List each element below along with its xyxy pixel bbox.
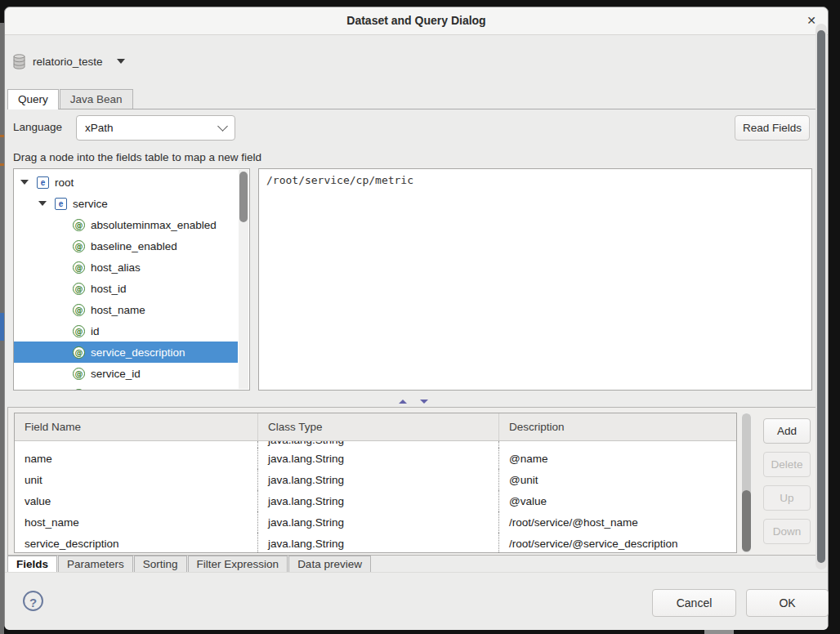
dataset-section-tabbar: FieldsParametersSortingFilter Expression…	[7, 556, 825, 572]
close-icon[interactable]: ✕	[806, 13, 816, 28]
dialog-footer: ? Cancel OK	[5, 572, 828, 630]
cell-field-name: unit	[15, 469, 258, 490]
tree-node-label: root	[55, 176, 74, 189]
tree-node-absoluteminmax_enabled[interactable]: @ absoluteminmax_enabled	[14, 214, 238, 235]
dialog-title: Dataset and Query Dialog	[5, 14, 828, 27]
cancel-button[interactable]: Cancel	[652, 589, 736, 617]
tree-node-label: timeout_id	[91, 389, 141, 391]
tree-scrollbar[interactable]	[239, 170, 248, 389]
dataset-selector[interactable]: relatorio_teste	[13, 51, 125, 71]
column-header-field-name[interactable]: Field Name	[15, 413, 258, 440]
cell-description: /root/service/@host_name	[499, 511, 736, 533]
cell-class-type: java.lang.String	[258, 490, 499, 511]
tab-label: Parameters	[67, 558, 124, 570]
fields-table-scrollbar-thumb[interactable]	[742, 490, 751, 551]
tab-data-preview[interactable]: Data preview	[288, 556, 371, 572]
tree-node-service_description[interactable]: @ service_description	[14, 342, 238, 363]
tree-scrollbar-thumb[interactable]	[239, 172, 248, 222]
tab-label: Sorting	[143, 558, 178, 570]
tab-label: Java Bean	[70, 93, 123, 105]
query-text-area[interactable]: /root/service/cp/metric	[258, 168, 812, 391]
tab-query[interactable]: Query	[7, 89, 59, 109]
tree-node-host_name[interactable]: @ host_name	[14, 299, 238, 320]
language-value: xPath	[85, 122, 219, 134]
splitter-down-icon	[420, 400, 428, 404]
attribute-icon: @	[73, 389, 85, 391]
table-row-partial[interactable]: java.lang.String	[15, 441, 736, 448]
tree-node-service[interactable]: e service	[14, 193, 238, 214]
tree-node-timeout_id[interactable]: @ timeout_id	[14, 384, 238, 391]
ok-button[interactable]: OK	[746, 589, 829, 617]
help-button[interactable]: ?	[23, 591, 43, 611]
fields-table: Field Name Class Type Description java.l…	[14, 413, 737, 553]
chevron-down-icon	[117, 59, 125, 64]
tree-node-label: baseline_enabled	[91, 240, 177, 252]
cell-description: @value	[499, 490, 736, 511]
tab-filter-expression[interactable]: Filter Expression	[188, 556, 288, 572]
cell-description: /root/service/@service_description	[499, 533, 736, 553]
fields-table-body: name java.lang.String @name unit java.la…	[15, 448, 736, 553]
up-button[interactable]: Up	[763, 485, 811, 511]
column-header-class-type[interactable]: Class Type	[258, 413, 499, 440]
table-row-service_description[interactable]: service_description java.lang.String /ro…	[15, 533, 736, 553]
table-row-unit[interactable]: unit java.lang.String @unit	[15, 469, 736, 490]
fields-group: Field Name Class Type Description java.l…	[7, 407, 816, 556]
fields-table-scrollbar[interactable]	[741, 413, 752, 553]
cell-class-type: java.lang.String	[258, 533, 499, 553]
tree-node-id[interactable]: @ id	[14, 320, 238, 342]
xml-node-tree-panel: e root e service @ absoluteminmax_enable…	[13, 168, 250, 391]
cell-description: @unit	[499, 469, 736, 490]
down-button[interactable]: Down	[763, 519, 811, 544]
splitter-handle[interactable]	[389, 396, 438, 406]
tab-label: Data preview	[297, 558, 362, 570]
dialog-titlebar[interactable]: Dataset and Query Dialog ✕	[5, 7, 828, 35]
expander-icon[interactable]	[38, 201, 55, 206]
expander-icon[interactable]	[20, 180, 37, 185]
cell-class-type: java.lang.String	[258, 469, 499, 490]
language-label: Language	[13, 121, 62, 133]
database-icon	[13, 54, 25, 69]
cell-field-name: name	[15, 448, 258, 469]
dialog-scrollbar[interactable]	[815, 24, 827, 569]
tree-node-label: service_id	[91, 368, 141, 380]
attribute-icon: @	[73, 346, 85, 359]
tree-node-root[interactable]: e root	[14, 172, 238, 193]
tree-node-host_id[interactable]: @ host_id	[14, 278, 238, 299]
table-row-name[interactable]: name java.lang.String @name	[15, 448, 736, 469]
tree-node-label: absoluteminmax_enabled	[91, 219, 217, 231]
tab-parameters[interactable]: Parameters	[58, 556, 133, 572]
attribute-icon: @	[73, 368, 85, 380]
add-button[interactable]: Add	[763, 418, 811, 444]
splitter-up-icon	[399, 400, 407, 404]
attribute-icon: @	[73, 304, 85, 316]
attribute-icon: @	[73, 261, 85, 274]
element-icon: e	[55, 198, 67, 210]
tab-sorting[interactable]: Sorting	[134, 556, 187, 572]
attribute-icon: @	[73, 219, 85, 231]
tree-node-label: id	[91, 325, 100, 337]
element-icon: e	[37, 176, 49, 189]
cell-field-name: service_description	[15, 533, 258, 553]
language-select[interactable]: xPath	[76, 115, 235, 141]
dialog-scrollbar-thumb[interactable]	[817, 30, 825, 563]
tree-node-label: host_alias	[91, 261, 141, 274]
dataset-name: relatorio_teste	[33, 56, 103, 68]
tree-node-host_alias[interactable]: @ host_alias	[14, 257, 238, 278]
tree-node-service_id[interactable]: @ service_id	[14, 363, 238, 384]
table-row-host_name[interactable]: host_name java.lang.String /root/service…	[15, 511, 736, 533]
attribute-icon: @	[73, 325, 85, 337]
read-fields-button[interactable]: Read Fields	[735, 115, 810, 141]
query-tabbar: QueryJava Bean	[7, 88, 825, 109]
tab-label: Fields	[16, 558, 48, 570]
tree-node-label: service_description	[91, 346, 185, 359]
tree-node-label: host_name	[91, 304, 145, 316]
table-row-value[interactable]: value java.lang.String @value	[15, 490, 736, 511]
column-header-description[interactable]: Description	[499, 413, 736, 440]
drag-hint-text: Drag a node into the fields table to map…	[13, 151, 261, 163]
attribute-icon: @	[73, 283, 85, 295]
tab-fields[interactable]: Fields	[7, 556, 57, 572]
tab-java-bean[interactable]: Java Bean	[60, 89, 133, 109]
tree-node-baseline_enabled[interactable]: @ baseline_enabled	[14, 235, 238, 257]
cell-field-name: host_name	[15, 511, 258, 533]
delete-button[interactable]: Delete	[763, 452, 811, 477]
